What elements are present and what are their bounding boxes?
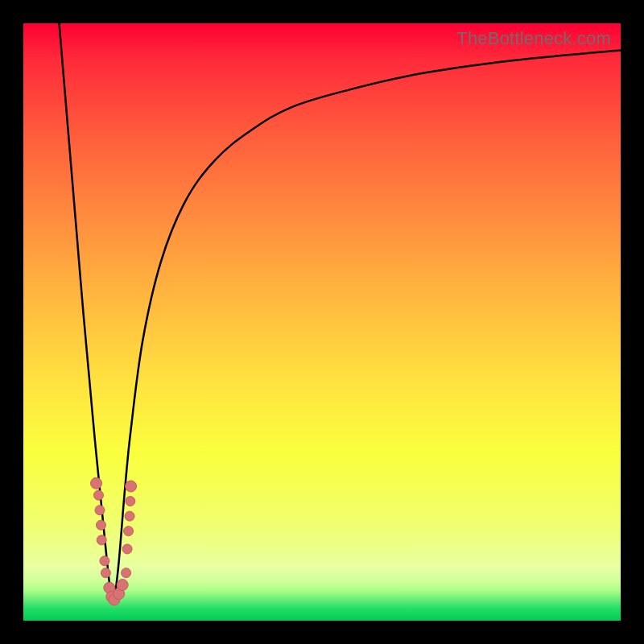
data-point (117, 579, 128, 590)
data-point (125, 511, 134, 521)
data-point (122, 544, 132, 554)
data-point (124, 526, 134, 536)
data-point (100, 556, 109, 566)
data-point (96, 520, 105, 530)
data-point (93, 490, 103, 500)
data-point (95, 506, 105, 515)
plot-area: TheBottleneck.com (23, 23, 621, 621)
data-point (126, 497, 135, 506)
highlighted-points (91, 477, 137, 605)
chart-frame: TheBottleneck.com (0, 0, 644, 644)
data-point (101, 568, 110, 578)
data-point (126, 481, 137, 492)
data-point (97, 535, 106, 545)
data-point (91, 477, 102, 489)
data-point (122, 568, 131, 578)
curve-layer (23, 23, 621, 621)
bottleneck-curve-left (60, 23, 112, 603)
bottleneck-curve-right (114, 50, 621, 602)
